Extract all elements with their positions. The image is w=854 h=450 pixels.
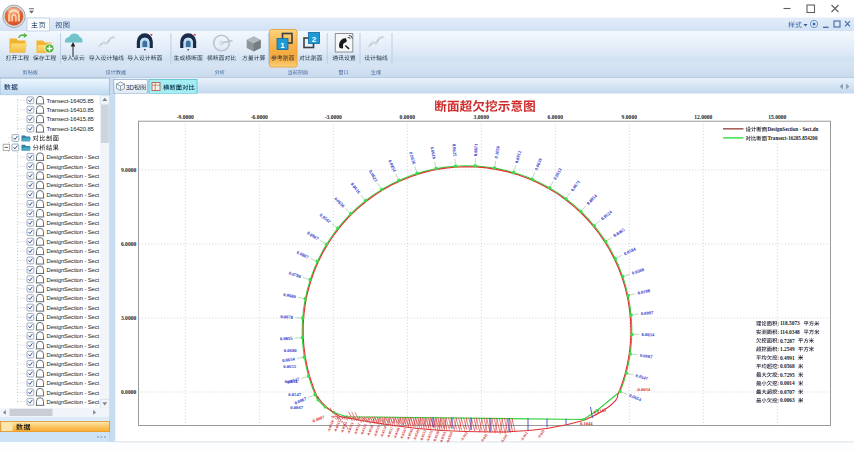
svg-text:DesignSection - Sect: DesignSection - Sect <box>47 277 100 283</box>
svg-text:2: 2 <box>312 35 317 44</box>
svg-text:15.0000: 15.0000 <box>768 114 786 120</box>
svg-text:0.0680: 0.0680 <box>284 348 297 353</box>
svg-text:0.0067: 0.0067 <box>290 405 303 410</box>
svg-text:DesignSection - Sect: DesignSection - Sect <box>47 295 100 301</box>
svg-text:DesignSection - Sect: DesignSection - Sect <box>47 192 100 198</box>
svg-text:6.0000: 6.0000 <box>121 241 137 247</box>
svg-text:DesignSection - Sect: DesignSection - Sect <box>47 371 100 377</box>
svg-text:0.0014: 0.0014 <box>780 380 795 386</box>
svg-text:0.0655: 0.0655 <box>280 336 294 342</box>
svg-text:9.0000: 9.0000 <box>622 114 638 120</box>
svg-text:0.0000: 0.0000 <box>400 114 416 120</box>
svg-text:1: 1 <box>280 41 285 50</box>
svg-text:0.0547: 0.0547 <box>288 392 301 397</box>
svg-text:DesignSection - Sect: DesignSection - Sect <box>47 248 100 254</box>
svg-text:3.0000: 3.0000 <box>474 114 490 120</box>
svg-text:3D: 3D <box>126 84 135 91</box>
svg-text:-9.0000: -9.0000 <box>177 114 194 120</box>
svg-text:0.4991: 0.4991 <box>780 355 795 361</box>
svg-text:0.7287: 0.7287 <box>780 338 795 344</box>
svg-text:DesignSection - Sect: DesignSection - Sect <box>47 361 100 367</box>
svg-text:0.0568: 0.0568 <box>780 363 795 369</box>
svg-text:3.0000: 3.0000 <box>121 315 137 321</box>
svg-text:Transect-16410.85: Transect-16410.85 <box>47 107 95 113</box>
svg-text:DesignSection - Sect: DesignSection - Sect <box>47 399 100 405</box>
svg-text:118.5073: 118.5073 <box>780 320 800 326</box>
svg-text:DesignSection - Sect: DesignSection - Sect <box>47 220 100 226</box>
svg-text:0.0654: 0.0654 <box>285 379 298 384</box>
svg-text:DesignSection - Sect: DesignSection - Sect <box>47 239 100 245</box>
svg-text:0.0671: 0.0671 <box>473 143 479 157</box>
svg-text:1.2549: 1.2549 <box>780 346 795 352</box>
svg-text:DesignSection - Sect: DesignSection - Sect <box>47 305 100 311</box>
svg-text:DesignSection - Sect: DesignSection - Sect <box>47 314 100 320</box>
svg-text:114.0348: 114.0348 <box>780 329 800 335</box>
svg-text:0.0034: 0.0034 <box>642 332 655 337</box>
svg-text:12.0000: 12.0000 <box>694 114 712 120</box>
svg-text:-3.0000: -3.0000 <box>325 114 342 120</box>
svg-text:DesignSection - Sect: DesignSection - Sect <box>47 258 100 264</box>
svg-text:0.0655: 0.0655 <box>283 364 296 369</box>
svg-text:DesignSection - Sect: DesignSection - Sect <box>47 211 100 217</box>
svg-text:0.0707: 0.0707 <box>780 389 795 395</box>
svg-text:DesignSection - Sect: DesignSection - Sect <box>47 173 100 179</box>
svg-text:DesignSection - Sect: DesignSection - Sect <box>47 154 100 160</box>
svg-text:DesignSection - Sect: DesignSection - Sect <box>47 324 100 330</box>
svg-text:DesignSection - Sect: DesignSection - Sect <box>47 390 100 396</box>
svg-text:DesignSection - Sect: DesignSection - Sect <box>47 352 100 358</box>
svg-text:DesignSection - Sect: DesignSection - Sect <box>47 201 100 207</box>
svg-text:Transect-16415.85: Transect-16415.85 <box>47 116 95 122</box>
svg-text:DesignSection - Sect: DesignSection - Sect <box>47 286 100 292</box>
svg-text:0.0000: 0.0000 <box>121 389 137 395</box>
svg-text:0.0678: 0.0678 <box>280 314 294 320</box>
svg-text:Transect-16405.85: Transect-16405.85 <box>47 98 95 104</box>
svg-text:DesignSection - Sect: DesignSection - Sect <box>47 343 100 349</box>
svg-text:0.0063: 0.0063 <box>780 397 795 403</box>
svg-text:DesignSection - Sect: DesignSection - Sect <box>47 333 100 339</box>
svg-text:-6.0000: -6.0000 <box>251 114 268 120</box>
svg-text:DesignSection - Sect: DesignSection - Sect <box>47 267 100 273</box>
svg-text:6.0000: 6.0000 <box>548 114 564 120</box>
svg-text:DesignSection - Sect: DesignSection - Sect <box>47 380 100 386</box>
svg-text:0.1044: 0.1044 <box>580 421 593 426</box>
svg-text:-0.0034: -0.0034 <box>636 387 651 392</box>
svg-text:0.7295: 0.7295 <box>780 372 795 378</box>
svg-text:Transect-16420.85: Transect-16420.85 <box>47 126 95 132</box>
svg-text:DesignSection - Sect: DesignSection - Sect <box>47 164 100 170</box>
svg-text:DesignSection - Sect: DesignSection - Sect <box>47 229 100 235</box>
svg-text:Transect-16205.854200: Transect-16205.854200 <box>768 135 818 141</box>
svg-text:DesignSection - Sect: DesignSection - Sect <box>47 182 100 188</box>
svg-text:0.0625: 0.0625 <box>451 144 457 158</box>
svg-text:9.0000: 9.0000 <box>121 167 137 173</box>
svg-text:DesignSection - Sect.dn: DesignSection - Sect.dn <box>768 126 819 132</box>
